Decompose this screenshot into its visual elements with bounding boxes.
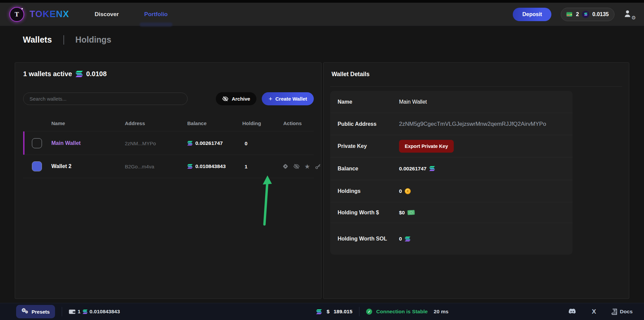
top-nav-right: Deposit 2 0.0135 ⚙ [513,8,634,21]
wallet-emoji-icon [566,12,573,17]
account-settings-icon[interactable]: ⚙ [624,9,634,19]
docs-link[interactable]: Docs [611,309,633,315]
holding-worth-usd-value: $0 [399,210,405,216]
column-actions: Actions [283,120,302,126]
logo-dot [21,8,23,9]
checkbox-wallet-2[interactable] [32,161,42,171]
wallet-controls: Archive + Create Wallet [23,92,314,105]
price-prefix: $ [327,309,330,315]
sol-balance-badge: 0.0135 [592,11,609,17]
favorite-star-icon[interactable]: ★ [304,163,310,170]
sol-icon [83,310,88,314]
search-input[interactable] [23,93,188,105]
sol-icon [405,236,410,242]
discord-icon[interactable] [568,309,576,315]
sol-icon [429,166,435,171]
wallet-balance: 0.010843843 [187,163,226,169]
key-icon[interactable] [315,163,321,170]
wallets-panel: 1 wallets active 0.0108 Archive + Create… [15,62,321,299]
tokenx-logo-icon[interactable]: T [9,7,24,22]
detail-row-private-key: Private Key Export Private Key [330,135,573,157]
brand-name: TOKENX [30,9,69,19]
holding-worth-sol-label: Holding Worth SOL [330,234,399,243]
x-twitter-icon[interactable]: X [592,308,596,315]
holdings-label: Holdings [330,187,399,196]
tab-holdings[interactable]: Holdings [76,35,111,45]
connection-check-icon: ✓ [366,309,372,315]
nav-link-portfolio[interactable]: Portfolio [144,11,168,18]
active-sol-amount: 0.0108 [86,70,107,78]
plus-icon: + [268,95,272,103]
wallet-balance: 0.00261747 [187,140,223,146]
sol-price-group: $ 189.015 [316,309,352,315]
balance-value: 0.00261747 [195,140,223,146]
wallet-total-group: 1 0.010843843 [69,309,120,315]
eye-off-icon [222,96,229,102]
connection-group: ✓ Connection is Stable 20 ms [366,309,448,315]
public-address-value: 2zNM5g9CgecTmVLGJejzswrMnw2qemRJJfQ2Airv… [399,121,546,127]
sol-icon [187,164,193,169]
portfolio-active-glow [140,22,172,26]
balance-label: Balance [330,164,399,173]
sol-icon [187,141,193,146]
wallet-holding: 0 [245,140,247,146]
create-wallet-button[interactable]: + Create Wallet [262,92,314,105]
wallet-details-title: Wallet Details [332,71,369,78]
wallet-address: 2zNM...MYPo [125,140,156,146]
detail-row-name: Name Main Wallet [330,91,573,113]
tab-divider [63,35,64,45]
logo-letter: T [15,11,19,18]
holding-worth-usd-label: Holding Worth $ [330,208,399,217]
wallets-table: Name Address Balance Holding Actions Mai… [23,116,314,178]
hide-wallet-icon[interactable] [293,163,300,170]
status-bar: ⚙⚙ Presets 1 0.010843843 $ 189.015 ✓ Con… [0,303,644,320]
private-key-label: Private Key [330,142,399,151]
export-private-key-button[interactable]: Export Private Key [399,140,454,153]
tab-wallets[interactable]: Wallets [23,35,52,45]
gears-icon: ⚙⚙ [21,308,29,315]
wallets-table-header: Name Address Balance Holding Actions [23,116,314,131]
book-icon [611,309,617,315]
divider [62,307,62,316]
nav-link-portfolio-label: Portfolio [144,11,168,17]
nav-links: Discover Portfolio [95,11,168,18]
wallet-details-card: Name Main Wallet Public Address 2zNM5g9C… [330,91,573,255]
sol-coin-icon [582,11,589,18]
annotation-arrow [257,173,277,227]
balance-value: 0.010843843 [195,163,226,169]
wallet-count-badge: 2 [576,11,579,17]
wallet-details-panel: Wallet Details Name Main Wallet Public A… [323,62,629,299]
active-wallets-text: 1 wallets active [23,70,72,78]
archive-button[interactable]: Archive [216,92,256,105]
table-row-wallet-2[interactable]: Wallet 2 B2Go...m4va 0.010843843 1 ★ [23,155,314,178]
column-holding: Holding [242,120,261,126]
name-label: Name [330,98,399,106]
latency-value: 20 ms [434,309,448,315]
detail-row-holding-worth-sol: Holding Worth SOL 0 [330,223,573,255]
table-row-main-wallet[interactable]: Main Wallet 2zNM...MYPo 0.00261747 0 [23,131,314,155]
detail-row-balance: Balance 0.00261747 [330,157,573,180]
presets-button[interactable]: ⚙⚙ Presets [16,305,55,318]
top-nav-bar: T TOKENX Discover Portfolio Deposit 2 0.… [0,0,644,26]
sol-icon [76,71,83,77]
sol-price: 189.015 [334,309,352,315]
active-wallets-summary: 1 wallets active 0.0108 [23,70,107,78]
deposit-button[interactable]: Deposit [513,8,551,21]
detail-row-holdings: Holdings 0 ★ [330,180,573,202]
wallet-balance-pill[interactable]: 2 0.0135 [561,8,614,21]
name-value: Main Wallet [399,99,427,105]
send-icon[interactable] [282,163,289,170]
checkbox-main-wallet[interactable] [32,138,42,148]
wallet-address: B2Go...m4va [125,164,154,169]
archive-label: Archive [232,96,250,102]
dollar-bill-icon: $ [407,210,415,215]
divider [359,307,359,316]
public-address-label: Public Address [330,120,399,128]
holding-worth-sol-value: 0 [399,236,402,242]
column-balance: Balance [187,120,207,126]
nav-link-discover[interactable]: Discover [95,11,119,18]
holdings-value: 0 [399,188,402,194]
docs-label: Docs [620,309,633,315]
row-actions: ★ [282,163,321,170]
wallet-name: Main Wallet [51,140,81,146]
